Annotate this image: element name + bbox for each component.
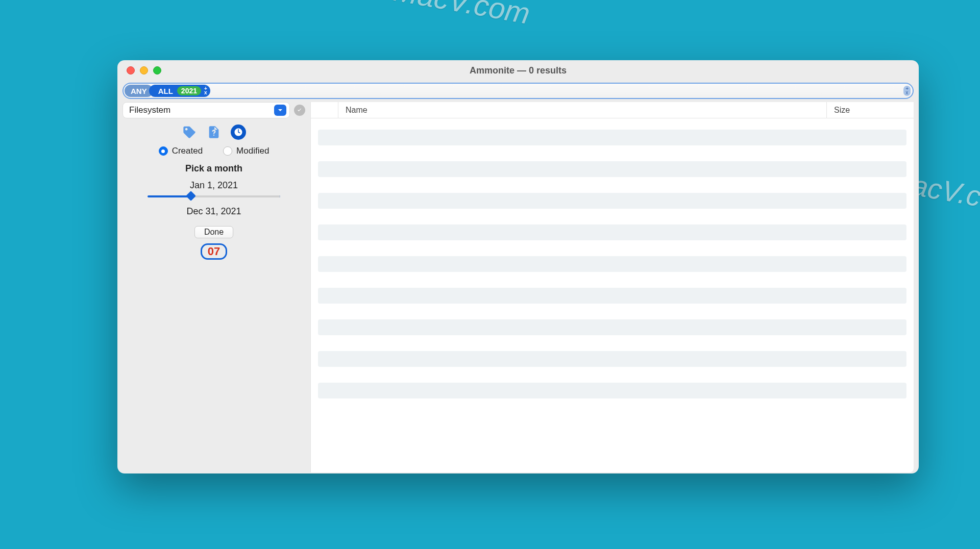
window-title: Ammonite — 0 results bbox=[117, 65, 919, 76]
filter-tabs bbox=[122, 124, 305, 140]
app-window: Ammonite — 0 results ANY ALL 2021 + x + … bbox=[117, 60, 919, 473]
table-row bbox=[318, 288, 906, 304]
chevron-down-icon[interactable] bbox=[274, 105, 286, 116]
radio-on-icon bbox=[159, 146, 168, 156]
scope-value: Filesystem bbox=[129, 105, 274, 115]
radio-off-icon bbox=[223, 146, 232, 156]
radio-created-label: Created bbox=[172, 146, 203, 156]
filter-all-pill[interactable]: ALL 2021 + x bbox=[149, 85, 210, 97]
month-badge[interactable]: 07 bbox=[201, 243, 227, 260]
date-start: Jan 1, 2021 bbox=[122, 180, 305, 191]
table-row bbox=[318, 383, 906, 398]
date-end: Dec 31, 2021 bbox=[122, 206, 305, 217]
results-rows bbox=[311, 118, 914, 472]
filter-end-add-remove-icon[interactable]: + x bbox=[903, 86, 911, 96]
table-row bbox=[318, 319, 906, 335]
slider-thumb-icon[interactable] bbox=[186, 191, 196, 201]
filter-add-remove-icon[interactable]: + x bbox=[204, 87, 207, 95]
tag-icon[interactable] bbox=[182, 124, 197, 140]
results-header: Name Size bbox=[311, 102, 914, 118]
done-button[interactable]: Done bbox=[194, 226, 233, 238]
table-row bbox=[318, 193, 906, 209]
scope-row: Filesystem bbox=[122, 102, 305, 118]
table-row bbox=[318, 130, 906, 145]
scope-confirm-icon[interactable] bbox=[294, 105, 305, 116]
filter-all-label: ALL bbox=[155, 87, 176, 95]
filter-year-chip[interactable]: 2021 bbox=[177, 86, 201, 95]
results-pane: Name Size bbox=[310, 102, 914, 472]
clock-icon[interactable] bbox=[231, 124, 246, 140]
table-row bbox=[318, 224, 906, 240]
column-icon[interactable] bbox=[311, 102, 338, 118]
table-row bbox=[318, 161, 906, 177]
table-row bbox=[318, 351, 906, 367]
filter-bar[interactable]: ANY ALL 2021 + x + x bbox=[122, 83, 914, 99]
column-name[interactable]: Name bbox=[338, 102, 827, 118]
radio-created[interactable]: Created bbox=[159, 146, 203, 156]
radio-modified[interactable]: Modified bbox=[223, 146, 269, 156]
pick-month-heading: Pick a month bbox=[122, 163, 305, 174]
radio-modified-label: Modified bbox=[236, 146, 269, 156]
sidebar: Filesystem bbox=[117, 102, 310, 472]
date-range-slider[interactable] bbox=[148, 193, 280, 200]
table-row bbox=[318, 256, 906, 272]
titlebar: Ammonite — 0 results bbox=[117, 60, 919, 81]
date-type-radios: Created Modified bbox=[122, 146, 305, 156]
file-question-icon[interactable] bbox=[206, 124, 222, 140]
scope-select[interactable]: Filesystem bbox=[122, 102, 290, 118]
watermark: MacV.com bbox=[391, 0, 532, 31]
column-size[interactable]: Size bbox=[827, 102, 914, 118]
